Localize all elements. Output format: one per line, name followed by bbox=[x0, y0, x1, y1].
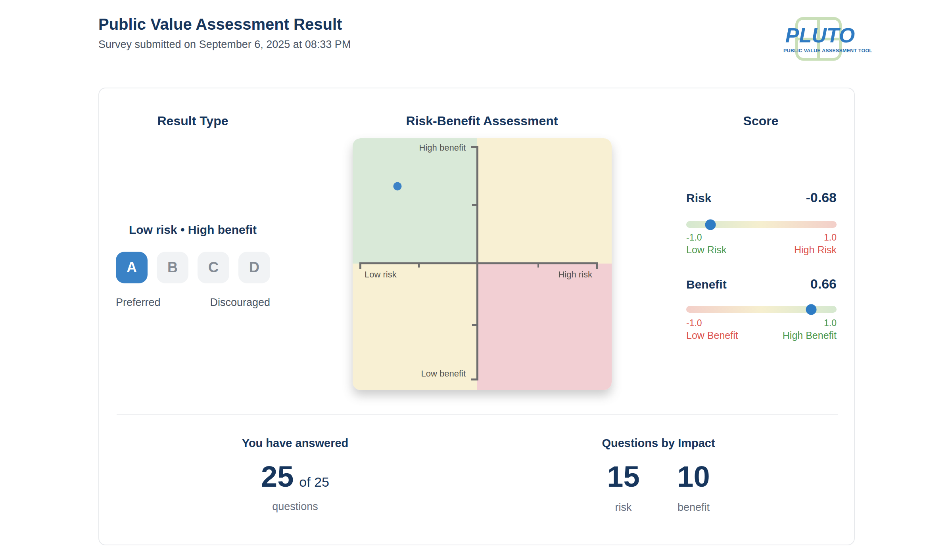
benefit-scale-values: -1.0 1.0 bbox=[686, 317, 837, 329]
answered-summary: You have answered 25 of 25 questions bbox=[176, 436, 414, 450]
y-axis-top-cap bbox=[471, 146, 476, 148]
impact-stat-benefit: 10 benefit bbox=[670, 462, 718, 514]
label-low-benefit: Low benefit bbox=[353, 368, 466, 379]
logo-wordmark: PLUTO bbox=[783, 25, 857, 46]
x-axis-line bbox=[359, 262, 598, 264]
benefit-label: Benefit bbox=[686, 277, 727, 292]
high-benefit-label: High Benefit bbox=[783, 329, 837, 342]
submission-timestamp: Survey submitted on September 6, 2025 at… bbox=[98, 38, 351, 52]
grade-scale-labels: Preferred Discouraged bbox=[116, 296, 270, 310]
impact-stat-risk: 15 risk bbox=[600, 462, 647, 514]
grade-scale-preferred: Preferred bbox=[116, 296, 161, 310]
risk-slider-knob[interactable] bbox=[705, 219, 716, 230]
result-data-point bbox=[393, 182, 402, 190]
label-low-risk: Low risk bbox=[365, 269, 397, 280]
risk-scale-values: -1.0 1.0 bbox=[686, 232, 837, 243]
quadrant-low-risk-high-benefit bbox=[353, 138, 477, 264]
benefit-max-value: 1.0 bbox=[824, 317, 837, 329]
x-axis-left-tick bbox=[418, 262, 420, 268]
benefit-slider-knob[interactable] bbox=[806, 304, 816, 315]
risk-value: -0.68 bbox=[806, 189, 837, 206]
risk-slider-track[interactable] bbox=[686, 221, 837, 228]
pluto-logo: PLUTO PUBLIC VALUE ASSESSMENT TOOL bbox=[783, 17, 857, 63]
section-divider bbox=[117, 414, 838, 415]
benefit-slider-track[interactable] bbox=[686, 306, 837, 313]
x-axis-right-tick bbox=[537, 262, 539, 268]
impact-benefit-label: benefit bbox=[670, 501, 718, 514]
low-benefit-label: Low Benefit bbox=[686, 329, 738, 342]
risk-benefit-quadrant-chart: High benefit Low benefit Low risk High r… bbox=[353, 138, 612, 390]
risk-scale-names: Low Risk High Risk bbox=[686, 244, 837, 256]
benefit-value: 0.66 bbox=[810, 275, 837, 292]
result-type-heading: Result Type bbox=[113, 113, 272, 129]
y-axis-bottom-cap bbox=[471, 378, 476, 380]
quadrant-high-risk-low-benefit bbox=[477, 264, 612, 390]
page-title: Public Value Assessment Result bbox=[98, 14, 342, 34]
impact-summary: Questions by Impact 15 risk 10 benefit bbox=[539, 436, 777, 450]
risk-max-value: 1.0 bbox=[824, 232, 837, 243]
label-high-benefit: High benefit bbox=[353, 142, 466, 153]
benefit-scale-names: Low Benefit High Benefit bbox=[686, 329, 837, 342]
risk-score-row: Risk -0.68 bbox=[686, 189, 837, 206]
benefit-score-row: Benefit 0.66 bbox=[686, 275, 837, 292]
y-axis-lower-tick bbox=[472, 324, 476, 326]
benefit-min-value: -1.0 bbox=[686, 317, 702, 329]
impact-stats-row: 15 risk 10 benefit bbox=[539, 462, 777, 514]
grade-scale-discouraged: Discouraged bbox=[210, 296, 270, 310]
high-risk-label: High Risk bbox=[794, 244, 837, 256]
answered-total: of 25 bbox=[299, 474, 329, 491]
risk-label: Risk bbox=[686, 191, 711, 206]
quadrant-high-risk-high-benefit bbox=[477, 138, 612, 264]
grade-buttons: A B C D bbox=[116, 252, 270, 283]
grade-button-c[interactable]: C bbox=[198, 252, 229, 283]
impact-heading: Questions by Impact bbox=[539, 436, 777, 450]
answered-count: 25 bbox=[261, 462, 294, 491]
risk-benefit-heading: Risk-Benefit Assessment bbox=[383, 113, 581, 129]
answered-count-row: 25 of 25 bbox=[176, 462, 414, 491]
score-heading: Score bbox=[701, 113, 820, 129]
public-value-assessment-page: Public Value Assessment Result Survey su… bbox=[0, 0, 952, 560]
impact-benefit-count: 10 bbox=[670, 462, 718, 491]
impact-risk-count: 15 bbox=[600, 462, 647, 491]
classification-text: Low risk • High benefit bbox=[106, 222, 280, 237]
risk-min-value: -1.0 bbox=[686, 232, 702, 243]
x-axis-right-cap bbox=[596, 262, 598, 269]
grade-button-a[interactable]: A bbox=[116, 252, 148, 283]
result-card: Result Type Risk-Benefit Assessment Scor… bbox=[98, 88, 855, 545]
y-axis-upper-tick bbox=[472, 204, 476, 206]
low-risk-label: Low Risk bbox=[686, 244, 726, 256]
grade-button-d[interactable]: D bbox=[238, 252, 270, 283]
x-axis-left-cap bbox=[359, 262, 361, 269]
label-high-risk: High risk bbox=[558, 269, 592, 280]
answered-heading: You have answered bbox=[176, 436, 414, 450]
logo-tagline: PUBLIC VALUE ASSESSMENT TOOL bbox=[783, 48, 857, 54]
answered-unit: questions bbox=[176, 500, 414, 514]
grade-button-b[interactable]: B bbox=[157, 252, 188, 283]
impact-risk-label: risk bbox=[600, 501, 647, 514]
